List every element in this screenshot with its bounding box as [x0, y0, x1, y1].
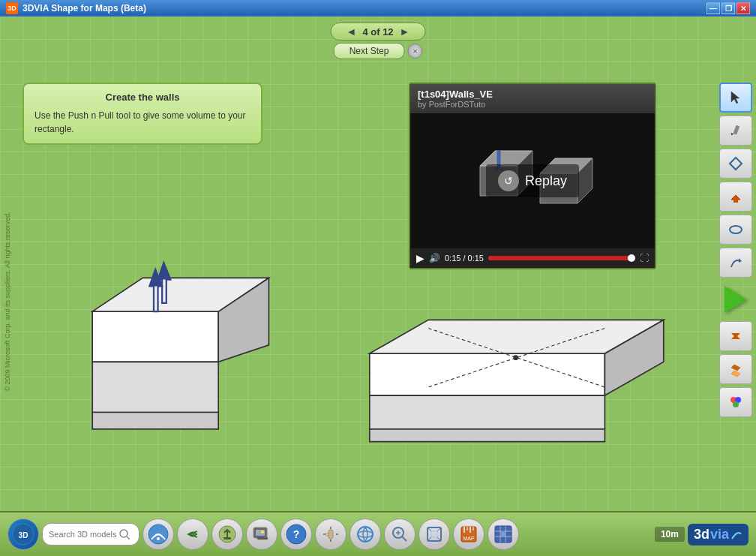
logo-swoosh	[730, 528, 742, 540]
push-pull-tool-button[interactable]	[719, 182, 752, 212]
help-icon: ?	[286, 524, 307, 545]
search-icon	[119, 529, 130, 539]
orbit-icon	[355, 524, 376, 545]
instruction-title: Create the walls	[34, 92, 250, 103]
color-icon	[728, 395, 743, 410]
minimize-button[interactable]: —	[706, 2, 720, 14]
svg-text:?: ?	[293, 528, 300, 540]
logo-text-via: via	[710, 527, 729, 542]
restore-button[interactable]: ❐	[722, 2, 735, 14]
svg-marker-26	[92, 413, 218, 429]
share-icon	[218, 525, 236, 543]
svg-rect-77	[501, 532, 506, 536]
titlebar-buttons: — ❐ ✕	[706, 2, 750, 14]
svg-point-44	[157, 537, 160, 540]
pan-button[interactable]	[315, 518, 346, 550]
next-step-arrow[interactable]: ►	[400, 26, 410, 38]
svg-marker-17	[731, 365, 740, 371]
bottom-toolbar: 3D	[0, 511, 756, 556]
svg-marker-16	[731, 333, 740, 338]
rotate-tool-button[interactable]	[719, 321, 752, 351]
app-icon: 3D	[6, 2, 18, 14]
svg-marker-23	[92, 362, 218, 412]
svg-point-41	[120, 530, 128, 537]
video-title: [t1s04]Walls_VE	[418, 89, 647, 100]
photos-button[interactable]	[246, 518, 278, 550]
zoom-icon	[391, 525, 409, 543]
svg-rect-51	[257, 537, 268, 539]
svg-marker-22	[92, 311, 218, 362]
replay-overlay[interactable]: ↺ Replay	[486, 164, 579, 197]
wifi-icon	[148, 524, 169, 545]
svg-marker-61	[431, 531, 437, 537]
curve-tool-button[interactable]	[719, 248, 752, 278]
video-panel: [t1s04]Walls_VE by PostForDSTuto ↺ Repla…	[409, 83, 656, 269]
color-tool-button[interactable]	[719, 387, 752, 417]
diamond-icon	[728, 156, 743, 171]
play-button[interactable]: ▶	[416, 252, 424, 264]
svg-point-54	[358, 527, 373, 542]
fit-button[interactable]	[418, 518, 450, 550]
oval-tool-button[interactable]	[719, 215, 752, 245]
instruction-panel: Create the walls Use the Push n Pull too…	[22, 83, 262, 145]
search-input[interactable]	[49, 530, 116, 539]
back-icon	[184, 525, 202, 543]
svg-marker-14	[739, 258, 742, 263]
svg-text:MAP: MAP	[463, 536, 475, 541]
svg-rect-12	[734, 199, 738, 203]
green-play-button[interactable]	[724, 286, 747, 313]
svg-point-21	[733, 401, 739, 407]
video-screen[interactable]: ↺ Replay	[410, 113, 655, 248]
nav-bar: ◄ 4 of 12 ► Next Step ×	[331, 23, 426, 59]
next-step-row: Next Step ×	[334, 43, 423, 59]
measure-button[interactable]: MAP	[453, 518, 484, 550]
cursor-tool-button[interactable]	[719, 83, 752, 113]
step-indicator: ◄ 4 of 12 ►	[331, 23, 426, 41]
measure-icon: MAP	[458, 524, 479, 545]
cursor-icon	[728, 90, 743, 105]
next-step-button[interactable]: Next Step	[334, 43, 405, 59]
search-bar[interactable]	[42, 523, 140, 545]
svg-point-55	[358, 531, 373, 537]
logo-button[interactable]: 3D	[8, 518, 39, 550]
help-button[interactable]: ?	[280, 518, 312, 550]
svg-point-38	[513, 355, 518, 360]
wifi-button[interactable]	[142, 518, 174, 550]
video-header: [t1s04]Walls_VE by PostForDSTuto	[410, 84, 655, 113]
svg-rect-8	[733, 125, 740, 135]
progress-fill	[488, 256, 635, 260]
svg-point-50	[261, 530, 264, 533]
building-button[interactable]	[488, 518, 519, 550]
pan-icon	[322, 525, 340, 543]
prev-step-button[interactable]: ◄	[346, 26, 357, 38]
svg-rect-46	[224, 537, 231, 539]
multi-tool-button[interactable]	[719, 354, 752, 384]
fullscreen-button[interactable]: ⛶	[640, 253, 649, 263]
replay-icon: ↺	[498, 170, 519, 191]
zoom-button[interactable]	[384, 518, 416, 550]
replay-text: Replay	[525, 173, 567, 189]
photos-icon	[251, 524, 272, 545]
pencil-icon	[728, 123, 743, 138]
pencil-tool-button[interactable]	[719, 116, 752, 146]
close-tutorial-button[interactable]: ×	[407, 44, 422, 59]
orbit-button[interactable]	[350, 518, 381, 550]
building-icon	[493, 524, 514, 545]
push-pull-icon	[728, 189, 743, 204]
titlebar: 3D 3DVIA Shape for Maps (Beta) — ❐ ✕	[0, 0, 756, 17]
back-button[interactable]	[177, 518, 208, 550]
diamond-tool-button[interactable]	[719, 149, 752, 179]
curve-icon	[728, 255, 743, 270]
fit-icon	[425, 525, 443, 543]
share-button[interactable]	[212, 518, 243, 550]
close-button[interactable]: ✕	[736, 2, 750, 14]
logo-text-3d: 3d	[694, 527, 710, 542]
video-subtitle: by PostForDSTuto	[418, 100, 647, 109]
svg-point-13	[730, 226, 742, 233]
progress-bar[interactable]	[488, 256, 635, 260]
svg-text:3D: 3D	[19, 531, 28, 539]
step-count: 4 of 12	[362, 26, 393, 38]
volume-icon: 🔊	[429, 253, 440, 263]
progress-knob[interactable]	[628, 254, 635, 262]
svg-marker-9	[730, 133, 734, 136]
